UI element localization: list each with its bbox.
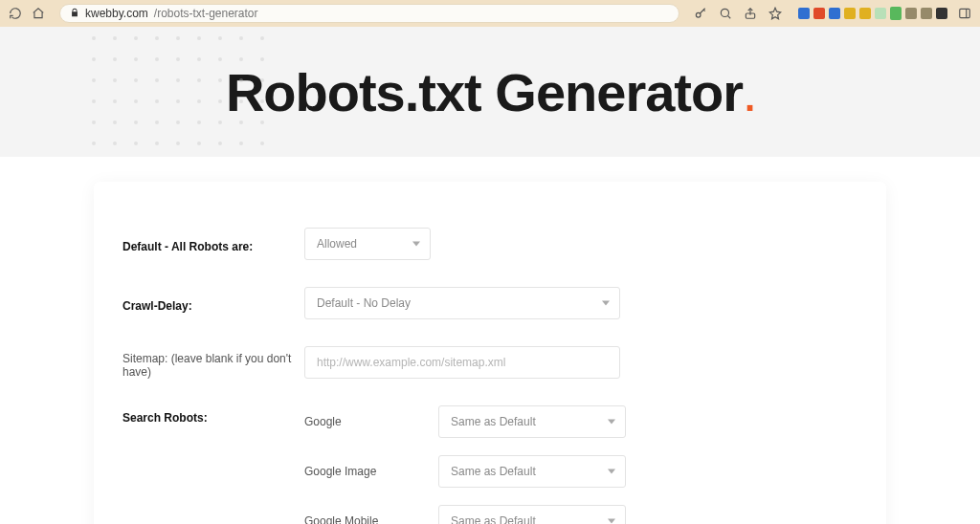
extension-icon[interactable] (798, 8, 810, 19)
key-icon[interactable] (693, 6, 708, 21)
select-robot-google-mobile[interactable]: Same as Default (438, 505, 626, 524)
select-default-robots[interactable]: Allowed (304, 228, 431, 260)
form-card: Default - All Robots are: Allowed Crawl-… (94, 182, 886, 524)
home-icon[interactable] (31, 6, 46, 21)
select-value: Same as Default (451, 415, 536, 428)
sidepanel-icon[interactable] (957, 6, 972, 21)
select-value: Default - No Delay (317, 296, 411, 310)
extension-icon[interactable] (921, 8, 932, 19)
select-value: Same as Default (451, 465, 536, 478)
row-default-robots: Default - All Robots are: Allowed (122, 228, 858, 260)
row-search-robots: Search Robots: Google Same as Default Go… (122, 405, 858, 524)
browser-toolbar: kwebby.com/robots-txt-generator (0, 0, 980, 27)
robot-name: Google (304, 415, 438, 428)
svg-rect-3 (960, 9, 970, 17)
reload-icon[interactable] (8, 6, 23, 21)
row-sitemap: Sitemap: (leave blank if you don't have) (122, 346, 858, 379)
extension-icon[interactable] (829, 8, 840, 19)
label-crawl-delay: Crawl-Delay: (122, 294, 304, 313)
extension-icon[interactable] (844, 8, 856, 19)
robot-row-google-mobile: Google Mobile Same as Default (304, 505, 858, 524)
extension-icon[interactable] (936, 8, 947, 19)
star-icon[interactable] (768, 6, 783, 21)
extension-icon[interactable] (859, 8, 871, 19)
extension-icon[interactable] (875, 8, 886, 19)
hero-section: Robots.txt Generator. (0, 27, 980, 157)
share-icon[interactable] (743, 6, 758, 21)
extensions-row (798, 7, 947, 20)
robot-name: Google Mobile (304, 514, 438, 524)
page-body: Default - All Robots are: Allowed Crawl-… (0, 157, 980, 524)
decorative-dots (92, 36, 266, 147)
input-sitemap[interactable] (304, 346, 620, 379)
svg-point-0 (696, 12, 701, 17)
label-sitemap: Sitemap: (leave blank if you don't have) (122, 346, 304, 379)
extension-icon[interactable] (905, 8, 917, 19)
title-dot: . (745, 76, 754, 119)
robot-row-google: Google Same as Default (304, 405, 858, 438)
zoom-icon[interactable] (718, 6, 733, 21)
lock-icon (70, 8, 79, 19)
title-text: Robots.txt Generator (226, 62, 743, 122)
select-robot-google-image[interactable]: Same as Default (438, 455, 626, 488)
select-robot-google[interactable]: Same as Default (438, 405, 626, 438)
extension-icon[interactable] (890, 7, 902, 20)
select-crawl-delay[interactable]: Default - No Delay (304, 287, 620, 319)
toolbar-right (693, 6, 972, 21)
select-value: Same as Default (451, 514, 536, 524)
robot-name: Google Image (304, 465, 438, 478)
robot-row-google-image: Google Image Same as Default (304, 455, 858, 488)
page-title: Robots.txt Generator. (226, 61, 754, 123)
row-crawl-delay: Crawl-Delay: Default - No Delay (122, 287, 858, 319)
label-default-robots: Default - All Robots are: (122, 234, 304, 253)
svg-point-1 (721, 9, 728, 16)
url-domain: kwebby.com (85, 7, 148, 20)
extension-icon[interactable] (813, 8, 825, 19)
label-search-robots: Search Robots: (122, 405, 304, 425)
select-value: Allowed (317, 237, 357, 251)
url-path: /robots-txt-generator (154, 7, 258, 20)
address-bar[interactable]: kwebby.com/robots-txt-generator (59, 4, 679, 23)
robots-list: Google Same as Default Google Image Same… (304, 405, 858, 524)
